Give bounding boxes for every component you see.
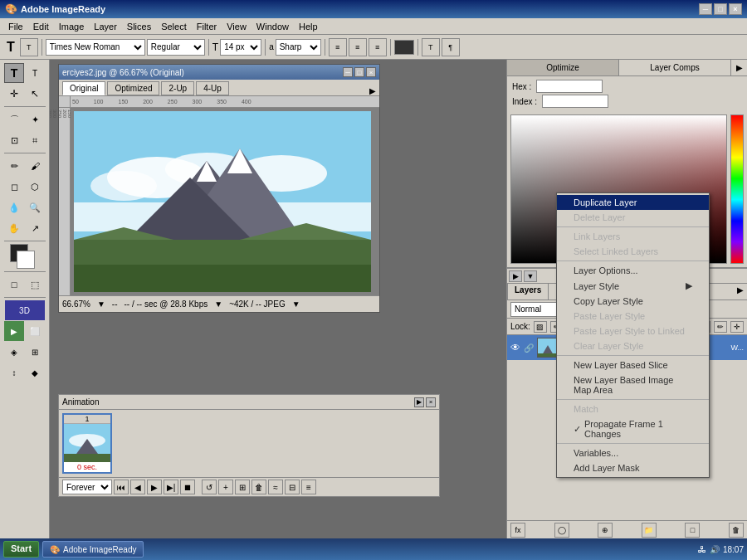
- lasso-tool[interactable]: ⌒: [4, 110, 24, 129]
- aa-select[interactable]: Sharp: [276, 39, 321, 56]
- pencil-tool[interactable]: ✏: [4, 156, 24, 176]
- layers-arrow-btn[interactable]: ▼: [524, 270, 537, 282]
- hand-tool[interactable]: ✋: [4, 218, 24, 238]
- ctx-select-linked[interactable]: Select Linked Layers: [557, 244, 709, 259]
- menu-view[interactable]: View: [222, 20, 251, 33]
- menu-window[interactable]: Window: [251, 20, 294, 33]
- menu-file[interactable]: File: [3, 20, 28, 33]
- delete-layer-btn[interactable]: 🗑: [729, 523, 744, 538]
- align-center-btn[interactable]: ≡: [349, 38, 367, 56]
- tab-layer-comps[interactable]: Layer Comps: [618, 60, 730, 75]
- ctx-paste-style[interactable]: Paste Layer Style: [557, 309, 709, 324]
- text-orient-btn[interactable]: T: [20, 38, 38, 56]
- tab-optimize[interactable]: Optimize: [507, 60, 618, 75]
- ctx-new-slice[interactable]: New Layer Based Slice: [557, 358, 709, 373]
- ctx-delete-layer[interactable]: Delete Layer: [557, 210, 709, 225]
- anim-flatten-btn[interactable]: ⊟: [285, 480, 300, 494]
- ctx-new-map[interactable]: New Layer Based Image Map Area: [557, 373, 709, 397]
- zoom-tool[interactable]: 🔍: [25, 197, 45, 217]
- warp-text-btn[interactable]: T: [422, 38, 440, 56]
- eyedropper-tool[interactable]: 💧: [4, 197, 24, 217]
- font-style-select[interactable]: Regular: [147, 39, 205, 56]
- standard-mode-btn[interactable]: □: [4, 275, 24, 295]
- anim-loop-btn[interactable]: ↺: [202, 480, 217, 494]
- ctx-variables[interactable]: Variables...: [557, 446, 709, 460]
- tab-4up[interactable]: 4-Up: [196, 81, 229, 95]
- ctx-copy-style[interactable]: Copy Layer Style: [557, 294, 709, 309]
- layer-adj-btn[interactable]: ⊕: [598, 523, 613, 538]
- ctx-match[interactable]: Match: [557, 402, 709, 416]
- new-group-btn[interactable]: 📁: [642, 523, 657, 538]
- layer-mask-btn[interactable]: ◯: [554, 523, 569, 538]
- extra-btn-2[interactable]: ⊞: [25, 342, 45, 362]
- extra-btn-4[interactable]: ◆: [25, 363, 45, 382]
- layer-style-btn[interactable]: fx: [510, 523, 525, 538]
- tab-original[interactable]: Original: [62, 81, 105, 95]
- tab-2up[interactable]: 2-Up: [161, 81, 194, 95]
- layer-link-icon[interactable]: 🔗: [524, 343, 534, 353]
- anim-close-btn[interactable]: ×: [426, 397, 436, 407]
- unify-btn-3[interactable]: ✛: [730, 321, 744, 333]
- index-input[interactable]: [542, 95, 608, 108]
- color-swatch-btn[interactable]: [394, 40, 414, 55]
- type-tool[interactable]: T: [4, 63, 24, 83]
- quick-mask-btn[interactable]: ⬚: [25, 275, 45, 295]
- menu-layer[interactable]: Layer: [89, 20, 122, 33]
- type-vertical-tool[interactable]: T: [25, 63, 45, 83]
- crop-tool[interactable]: ⊡: [4, 130, 24, 150]
- zoom-arrow[interactable]: ▼: [97, 299, 105, 309]
- anim-add-frame-btn[interactable]: +: [218, 480, 233, 494]
- menu-select[interactable]: Select: [156, 20, 192, 33]
- anim-tween-btn[interactable]: ≈: [268, 480, 283, 494]
- magic-wand-tool[interactable]: ✦: [25, 110, 45, 129]
- slice-select-tool[interactable]: ↗: [25, 218, 45, 238]
- eye-icon[interactable]: 👁: [510, 342, 520, 353]
- right-panel-more[interactable]: ▶: [730, 60, 747, 75]
- ctx-clear-style[interactable]: Clear Layer Style: [557, 338, 709, 353]
- image-canvas[interactable]: [71, 108, 379, 295]
- select-tool[interactable]: ↖: [25, 84, 45, 104]
- ctx-add-mask[interactable]: Add Layer Mask: [557, 460, 709, 475]
- ctx-layer-style[interactable]: Layer Style ▶: [557, 278, 709, 294]
- preview-btn[interactable]: ▶: [4, 321, 24, 341]
- anim-first-btn[interactable]: ⏮: [114, 480, 129, 494]
- doc-minimize-btn[interactable]: ─: [343, 67, 353, 77]
- unify-btn-2[interactable]: ✏: [714, 321, 727, 333]
- loop-select[interactable]: Forever: [62, 480, 112, 494]
- layers-more-btn[interactable]: ▶: [734, 284, 747, 299]
- tab-layers[interactable]: Layers: [507, 284, 549, 299]
- anim-dup-frame-btn[interactable]: ⊞: [235, 480, 250, 494]
- tab-optimized[interactable]: Optimized: [107, 81, 159, 95]
- close-button[interactable]: ×: [729, 3, 742, 15]
- font-family-select[interactable]: Times New Roman: [46, 39, 145, 56]
- lock-transparency-btn[interactable]: ▨: [534, 321, 547, 333]
- toggle-3d-btn[interactable]: 3D: [5, 300, 45, 320]
- ctx-paste-style-linked[interactable]: Paste Layer Style to Linked: [557, 324, 709, 338]
- menu-help[interactable]: Help: [294, 20, 323, 33]
- doc-close-btn[interactable]: ×: [366, 67, 376, 77]
- preview2-btn[interactable]: ⬜: [25, 321, 45, 341]
- anim-frame-1[interactable]: 1 0 sec.: [62, 413, 112, 474]
- minimize-button[interactable]: ─: [699, 3, 712, 15]
- brush-tool[interactable]: 🖌: [25, 156, 45, 176]
- extra-btn-1[interactable]: ◈: [4, 342, 24, 362]
- font-size-select[interactable]: 14 px: [220, 39, 261, 56]
- ctx-duplicate-layer[interactable]: Duplicate Layer: [557, 195, 709, 210]
- menu-filter[interactable]: Filter: [192, 20, 222, 33]
- anim-stop-btn[interactable]: ⏹: [180, 480, 195, 494]
- char-panel-btn[interactable]: ¶: [442, 38, 460, 56]
- menu-edit[interactable]: Edit: [28, 20, 54, 33]
- move-tool[interactable]: ✛: [4, 84, 24, 104]
- ctx-layer-options[interactable]: Layer Options...: [557, 263, 709, 278]
- layers-expand-btn[interactable]: ▶: [509, 270, 522, 282]
- hex-input[interactable]: [536, 80, 603, 93]
- align-left-btn[interactable]: ≡: [329, 38, 347, 56]
- maximize-button[interactable]: □: [714, 3, 727, 15]
- anim-expand-btn[interactable]: ▶: [414, 397, 424, 407]
- size-arrow[interactable]: ▼: [292, 299, 300, 309]
- align-right-btn[interactable]: ≡: [369, 38, 387, 56]
- new-layer-btn[interactable]: □: [685, 523, 700, 538]
- menu-slices[interactable]: Slices: [122, 20, 156, 33]
- anim-play-btn[interactable]: ▶: [147, 480, 162, 494]
- anim-del-frame-btn[interactable]: 🗑: [251, 480, 266, 494]
